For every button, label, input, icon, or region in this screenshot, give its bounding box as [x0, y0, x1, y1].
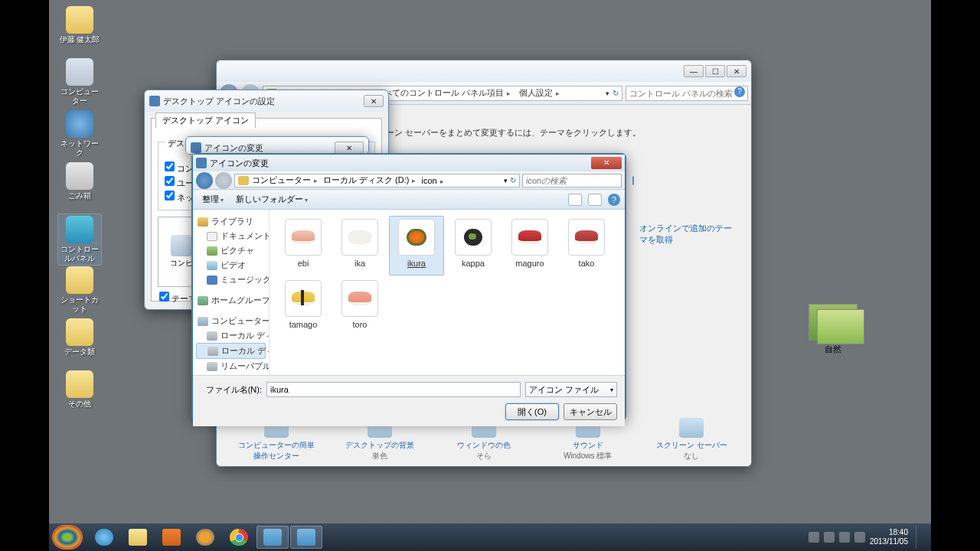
search-icon[interactable]: [632, 176, 634, 185]
close-button[interactable]: ✕: [335, 142, 364, 154]
organize-menu[interactable]: 整理: [198, 192, 228, 207]
sidebar-item-documents[interactable]: ドキュメント: [196, 229, 266, 243]
filename-input[interactable]: [266, 382, 521, 397]
search-input[interactable]: [526, 176, 632, 185]
minimize-button[interactable]: —: [684, 65, 704, 77]
sushi-ebi-icon: [292, 230, 315, 244]
preview-pane-icon[interactable]: [588, 194, 602, 206]
open-button[interactable]: 開く(O): [505, 403, 559, 420]
tray-icon[interactable]: [839, 532, 850, 543]
file-search[interactable]: [522, 174, 622, 187]
file-type-filter[interactable]: アイコン ファイル: [525, 382, 617, 397]
sidebar-item-disk[interactable]: ローカル ディス: [196, 328, 266, 343]
video-icon: [207, 261, 217, 270]
tray-icon[interactable]: [808, 532, 819, 543]
desktop-icon-network[interactable]: ネットワーク: [58, 110, 101, 158]
sidebar-item-disk[interactable]: ローカル ディス: [196, 343, 266, 359]
sidebar-item-homegroup[interactable]: ホームグループ: [196, 293, 266, 308]
sidebar-item-library[interactable]: ライブラリ: [196, 214, 266, 229]
theme-nature[interactable]: 自然: [799, 304, 867, 355]
file-item-kappa[interactable]: kappa: [446, 216, 501, 276]
file-item-ika[interactable]: ika: [332, 216, 387, 276]
file-list[interactable]: ebiikaikurakappamagurotakotamagotoro: [270, 210, 625, 375]
ie-icon: [95, 529, 113, 546]
view-icon[interactable]: [568, 194, 582, 206]
taskbar-app2[interactable]: [290, 526, 322, 549]
tab-desktop-icons[interactable]: デスクトップ アイコン: [155, 112, 256, 128]
close-button[interactable]: ✕: [591, 157, 622, 169]
folder-icon: [66, 266, 93, 294]
online-themes-link[interactable]: オンラインで追加のテーマを取得: [639, 223, 736, 246]
tray-icon[interactable]: [824, 532, 835, 543]
file-item-tamago[interactable]: tamago: [276, 277, 331, 337]
nav-forward-button[interactable]: [215, 172, 232, 189]
setting-title: ウィンドウの色: [446, 440, 522, 451]
cp-bottom-item[interactable]: スクリーン セーバーなし: [653, 418, 730, 461]
sushi-tamago-icon: [292, 292, 315, 305]
address-bar[interactable]: コンピューター ローカル ディスク (D:) icon ▾ ↻: [234, 174, 520, 187]
taskbar-ie[interactable]: [88, 526, 120, 549]
show-desktop-button[interactable]: [916, 526, 923, 549]
sushi-ika-icon: [348, 230, 371, 244]
cancel-button[interactable]: キャンセル: [564, 403, 617, 420]
file-item-ebi[interactable]: ebi: [276, 216, 331, 276]
sidebar-item-music[interactable]: ミュージック: [196, 272, 266, 287]
taskbar-chrome[interactable]: [223, 526, 255, 549]
file-icon: [285, 219, 322, 256]
system-tray[interactable]: 18:40 2013/11/05: [808, 526, 928, 549]
desktop-icon-folder[interactable]: 伊藤 健太郎: [58, 6, 101, 44]
clock[interactable]: 18:40 2013/11/05: [870, 528, 908, 546]
search-input[interactable]: [629, 89, 744, 98]
removable-icon: [207, 362, 217, 371]
media-player-icon: [162, 529, 181, 546]
sushi-ikura-icon: [407, 229, 426, 246]
maximize-button[interactable]: ☐: [705, 65, 725, 77]
breadcrumb[interactable]: すべてのコントロール パネル項目: [374, 87, 514, 99]
file-item-ikura[interactable]: ikura: [389, 216, 444, 276]
start-button[interactable]: [52, 525, 83, 549]
desktop-icon-label: ごみ箱: [58, 191, 101, 201]
file-icon: [511, 219, 548, 256]
help-icon[interactable]: ?: [608, 194, 620, 206]
breadcrumb[interactable]: 個人設定: [518, 87, 564, 99]
taskbar[interactable]: 18:40 2013/11/05: [49, 523, 931, 551]
dis-titlebar[interactable]: デスクトップ アイコンの設定 ✕: [145, 90, 388, 112]
sidebar-item-computer[interactable]: コンピューター: [196, 314, 266, 328]
sidebar-item-pictures[interactable]: ピクチャ: [196, 243, 266, 258]
close-button[interactable]: ✕: [727, 65, 746, 77]
sidebar-item-videos[interactable]: ビデオ: [196, 258, 266, 272]
file-open-dialog[interactable]: アイコンの変更 ✕ コンピューター ローカル ディスク (D:) icon ▾ …: [191, 153, 626, 421]
taskbar-firefox[interactable]: [189, 526, 221, 549]
desktop-icon-folder[interactable]: ショートカット: [58, 266, 101, 314]
cp-search[interactable]: [626, 86, 748, 101]
nav-back-button[interactable]: [196, 172, 213, 189]
taskbar-app1[interactable]: [256, 526, 289, 549]
desktop-icon-cp[interactable]: コントロールパネル: [58, 214, 101, 265]
new-folder-button[interactable]: 新しいフォルダー: [231, 192, 312, 207]
cp-titlebar[interactable]: — ☐ ✕: [217, 60, 751, 82]
taskbar-media-player[interactable]: [155, 526, 188, 549]
desktop-icon-folder[interactable]: その他: [58, 370, 101, 409]
sidebar-item-removable[interactable]: リムーバブル デ: [196, 359, 266, 373]
cp-icon: [66, 216, 93, 243]
file-item-tako[interactable]: tako: [559, 216, 614, 276]
chrome-icon: [230, 529, 248, 546]
volume-icon[interactable]: [854, 532, 865, 543]
desktop-icon-bin[interactable]: ごみ箱: [58, 162, 101, 201]
desktop-icon-computer[interactable]: コンピューター: [58, 58, 101, 106]
breadcrumb[interactable]: ローカル ディスク (D:): [322, 174, 420, 186]
desktop[interactable]: 伊藤 健太郎コンピューターネットワークごみ箱コントロールパネルショートカットデー…: [49, 0, 931, 551]
close-button[interactable]: ✕: [364, 95, 384, 107]
desktop-icon-folder[interactable]: データ類: [58, 318, 101, 357]
fb-titlebar[interactable]: アイコンの変更 ✕: [193, 155, 625, 171]
dis-title: デスクトップ アイコンの設定: [163, 96, 275, 107]
folder-icon: [238, 176, 249, 185]
help-icon[interactable]: ?: [734, 86, 745, 97]
fb-nav: コンピューター ローカル ディスク (D:) icon ▾ ↻: [193, 171, 625, 190]
file-item-maguro[interactable]: maguro: [502, 216, 557, 276]
icon-change-mini-window[interactable]: アイコンの変更 ✕: [185, 136, 369, 155]
breadcrumb[interactable]: icon: [420, 176, 447, 185]
file-item-toro[interactable]: toro: [332, 277, 387, 337]
taskbar-explorer[interactable]: [122, 526, 154, 549]
breadcrumb[interactable]: コンピューター: [250, 174, 322, 186]
